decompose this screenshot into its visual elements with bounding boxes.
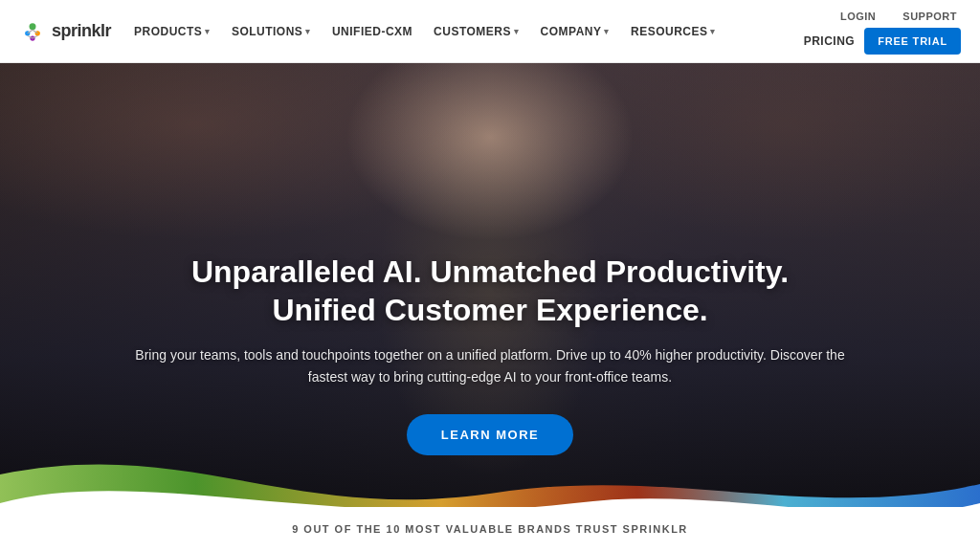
company-chevron-icon: ▾ — [604, 27, 610, 36]
logo[interactable]: sprinklr — [19, 18, 111, 45]
products-chevron-icon: ▾ — [205, 27, 211, 36]
sprinklr-logo-icon — [19, 18, 46, 45]
hero-headline-line2: Unified Customer Experience. — [272, 293, 707, 327]
bottom-strip: 9 Out Of The 10 Most Valuable Brands Tru… — [0, 507, 980, 551]
hero-section: Unparalleled AI. Unmatched Productivity.… — [0, 63, 980, 551]
nav-item-solutions[interactable]: Solutions ▾ — [222, 17, 321, 46]
free-trial-button[interactable]: Free Trial — [864, 28, 961, 55]
login-link[interactable]: Login — [836, 9, 880, 24]
solutions-label: Solutions — [232, 25, 303, 38]
nav-item-products[interactable]: Products ▾ — [124, 17, 220, 46]
support-link[interactable]: Support — [899, 9, 961, 24]
hero-subtext: Bring your teams, tools and touchpoints … — [131, 344, 849, 387]
company-label: Company — [541, 25, 602, 38]
pricing-link[interactable]: Pricing — [804, 34, 856, 48]
hero-content: Unparalleled AI. Unmatched Productivity.… — [131, 253, 849, 455]
resources-chevron-icon: ▾ — [710, 27, 716, 36]
resources-label: Resources — [631, 25, 708, 38]
nav-right-wrapper: Login Support Pricing Free Trial — [804, 9, 961, 55]
nav-item-customers[interactable]: Customers ▾ — [424, 17, 528, 46]
hero-headline-line1: Unparalleled AI. Unmatched Productivity. — [191, 254, 789, 289]
bottom-strip-text: 9 Out Of The 10 Most Valuable Brands Tru… — [292, 523, 688, 535]
nav-item-company[interactable]: Company ▾ — [531, 17, 619, 46]
nav-item-unified-cxm[interactable]: Unified-CXM — [323, 17, 422, 46]
unified-cxm-label: Unified-CXM — [332, 25, 412, 38]
hero-headline: Unparalleled AI. Unmatched Productivity.… — [131, 253, 849, 329]
customers-label: Customers — [434, 25, 511, 38]
nav-primary-links: Pricing Free Trial — [804, 28, 961, 55]
nav-item-resources[interactable]: Resources ▾ — [621, 17, 725, 46]
brand-name: sprinklr — [52, 21, 111, 41]
customers-chevron-icon: ▾ — [514, 27, 520, 36]
solutions-chevron-icon: ▾ — [305, 27, 311, 36]
nav-main: Products ▾ Solutions ▾ Unified-CXM Custo… — [124, 17, 725, 46]
nav-secondary-links: Login Support — [836, 9, 961, 28]
svg-point-0 — [30, 23, 36, 30]
navbar: sprinklr Products ▾ Solutions ▾ Unified-… — [0, 0, 980, 63]
products-label: Products — [134, 25, 202, 38]
nav-left: sprinklr Products ▾ Solutions ▾ Unified-… — [19, 17, 725, 46]
